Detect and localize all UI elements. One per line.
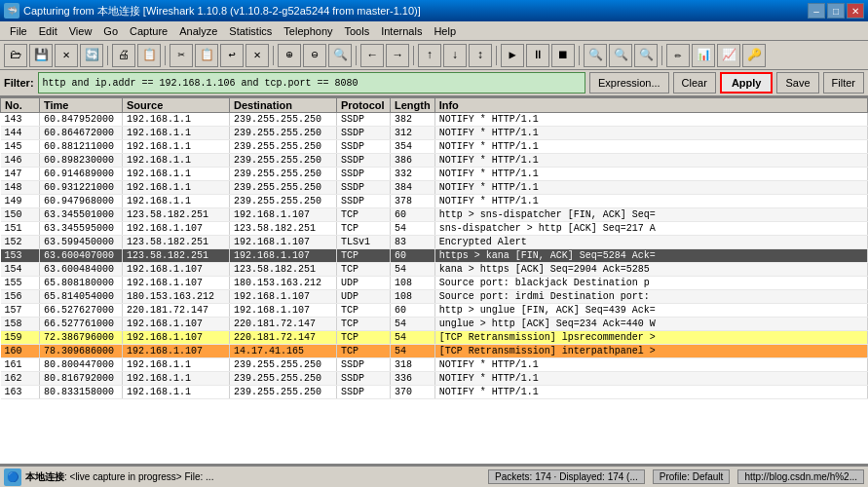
cell-proto: SSDP	[337, 386, 391, 399]
table-row[interactable]: 14760.914689000192.168.1.1239.255.255.25…	[1, 168, 868, 181]
cell-proto: TCP	[337, 345, 391, 358]
main-content: FileEditViewGoCaptureAnalyzeStatisticsTe…	[0, 21, 868, 487]
cell-info: kana > https [ACK] Seq=2904 Ack=5285	[434, 263, 867, 277]
cell-dest: 239.255.255.250	[230, 154, 337, 168]
play-button[interactable]: ▶	[501, 44, 524, 67]
stop-button[interactable]: ✕	[245, 44, 269, 67]
packet-tbody: 14360.847952000192.168.1.1239.255.255.25…	[1, 113, 868, 399]
menu-item-statistics[interactable]: Statistics	[223, 23, 278, 39]
clear-button[interactable]: Clear	[673, 72, 716, 94]
table-row[interactable]: 14560.881211000192.168.1.1239.255.255.25…	[1, 140, 868, 154]
pause-button[interactable]: ⏸	[526, 44, 549, 67]
table-row[interactable]: 14960.947968000192.168.1.1239.255.255.25…	[1, 195, 868, 208]
table-row[interactable]: 15766.527627000220.181.72.147192.168.1.1…	[1, 304, 868, 318]
resize-button[interactable]: ↕	[469, 44, 492, 67]
graph-button[interactable]: 📈	[717, 44, 740, 67]
paste-button[interactable]: 📋	[195, 44, 218, 67]
col-header-length[interactable]: Length	[391, 98, 435, 113]
col-header-protocol[interactable]: Protocol	[337, 98, 391, 113]
table-row[interactable]: 15063.345501000123.58.182.251192.168.1.1…	[1, 208, 868, 222]
close-button[interactable]: ✕	[847, 3, 864, 19]
table-row[interactable]: 14360.847952000192.168.1.1239.255.255.25…	[1, 113, 868, 127]
table-row[interactable]: 15972.386796000192.168.1.107220.181.72.1…	[1, 331, 868, 345]
zoom-out-button[interactable]: ⊖	[303, 44, 326, 67]
chart-button[interactable]: 📊	[692, 44, 715, 67]
col-header-no[interactable]: No.	[1, 98, 40, 113]
table-row[interactable]: 15463.600484000192.168.1.107123.58.182.2…	[1, 263, 868, 277]
menu-item-analyze[interactable]: Analyze	[173, 23, 223, 39]
minimize-button[interactable]: –	[808, 3, 825, 19]
cell-no: 145	[1, 140, 40, 154]
maximize-button[interactable]: □	[827, 3, 845, 19]
open-button[interactable]: 🗁	[4, 44, 27, 67]
menu-item-help[interactable]: Help	[428, 23, 462, 39]
table-row[interactable]: 16078.309686000192.168.1.10714.17.41.165…	[1, 345, 868, 358]
cell-source: 192.168.1.1	[123, 386, 230, 399]
table-row[interactable]: 15866.527761000192.168.1.107220.181.72.1…	[1, 318, 868, 331]
down-button[interactable]: ↓	[443, 44, 467, 67]
cell-proto: SSDP	[337, 168, 391, 181]
back-button[interactable]: ←	[360, 44, 384, 67]
cell-info: Source port: blackjack Destination p	[434, 277, 867, 290]
save-button[interactable]: 💾	[29, 44, 53, 67]
table-wrapper[interactable]: No. Time Source Destination Protocol Len…	[0, 97, 868, 399]
reload-button[interactable]: 🔄	[80, 44, 103, 67]
forward-button[interactable]: →	[386, 44, 409, 67]
cell-info: Encrypted Alert	[434, 236, 867, 249]
col-header-source[interactable]: Source	[123, 98, 230, 113]
cell-time: 60.947968000	[40, 195, 123, 208]
apply-button[interactable]: Apply	[720, 72, 774, 94]
copy-button[interactable]: 📋	[137, 44, 161, 67]
up-button[interactable]: ↑	[418, 44, 441, 67]
stop2-button[interactable]: ⏹	[551, 44, 575, 67]
table-row[interactable]: 16380.833158000192.168.1.1239.255.255.25…	[1, 386, 868, 399]
table-row[interactable]: 14660.898230000192.168.1.1239.255.255.25…	[1, 154, 868, 168]
table-row[interactable]: 16180.800447000192.168.1.1239.255.255.25…	[1, 358, 868, 372]
zoom1-button[interactable]: 🔍	[584, 44, 607, 67]
cell-len: 108	[391, 290, 435, 304]
undo-button[interactable]: ↩	[220, 44, 244, 67]
cell-dest: 192.168.1.107	[230, 290, 337, 304]
cell-dest: 192.168.1.107	[230, 208, 337, 222]
edit-button[interactable]: ✏	[666, 44, 690, 67]
zoom2-button[interactable]: 🔍	[609, 44, 632, 67]
cell-len: 312	[391, 127, 435, 140]
menu-item-capture[interactable]: Capture	[124, 23, 173, 39]
table-row[interactable]: 14860.931221000192.168.1.1239.255.255.25…	[1, 181, 868, 195]
expression-button[interactable]: Expression...	[589, 72, 669, 94]
menu-item-file[interactable]: File	[4, 23, 33, 39]
table-row[interactable]: 15163.345595000192.168.1.107123.58.182.2…	[1, 222, 868, 236]
cell-len: 54	[391, 222, 435, 236]
find-button[interactable]: 🔍	[328, 44, 352, 67]
cell-proto: UDP	[337, 290, 391, 304]
print-button[interactable]: 🖨	[112, 44, 135, 67]
menu-item-view[interactable]: View	[63, 23, 98, 39]
menu-item-go[interactable]: Go	[97, 23, 124, 39]
menu-item-edit[interactable]: Edit	[33, 23, 63, 39]
menu-item-internals[interactable]: Internals	[375, 23, 428, 39]
table-row[interactable]: 14460.864672000192.168.1.1239.255.255.25…	[1, 127, 868, 140]
col-header-time[interactable]: Time	[40, 98, 123, 113]
col-header-info[interactable]: Info	[434, 98, 867, 113]
table-row[interactable]: 16280.816792000192.168.1.1239.255.255.25…	[1, 372, 868, 386]
cell-info: Source port: irdmi Destination port:	[434, 290, 867, 304]
table-row[interactable]: 15665.814054000180.153.163.212192.168.1.…	[1, 290, 868, 304]
col-header-destination[interactable]: Destination	[230, 98, 337, 113]
menu-item-tools[interactable]: Tools	[339, 23, 376, 39]
zoom-in-button[interactable]: ⊕	[278, 44, 301, 67]
cell-proto: TCP	[337, 249, 391, 263]
window-title: Capturing from 本地连接 [Wireshark 1.10.8 (v…	[23, 4, 808, 19]
filter-input[interactable]	[38, 72, 585, 94]
menu-item-telephony[interactable]: Telephony	[278, 23, 338, 39]
filter-button[interactable]: Filter	[823, 72, 864, 94]
key-button[interactable]: 🔑	[742, 44, 766, 67]
table-row[interactable]: 15263.599450000123.58.182.251192.168.1.1…	[1, 236, 868, 249]
save-button[interactable]: Save	[776, 72, 818, 94]
status-url: http://blog.csdn.me/h%2...	[737, 469, 864, 484]
zoom3-button[interactable]: 🔍	[634, 44, 658, 67]
table-row[interactable]: 15565.808180000192.168.1.107180.153.163.…	[1, 277, 868, 290]
table-row[interactable]: 15363.600407000123.58.182.251192.168.1.1…	[1, 249, 868, 263]
cut-button[interactable]: ✂	[170, 44, 193, 67]
cell-info: NOTIFY * HTTP/1.1	[434, 386, 867, 399]
close-button[interactable]: ✕	[55, 44, 78, 67]
